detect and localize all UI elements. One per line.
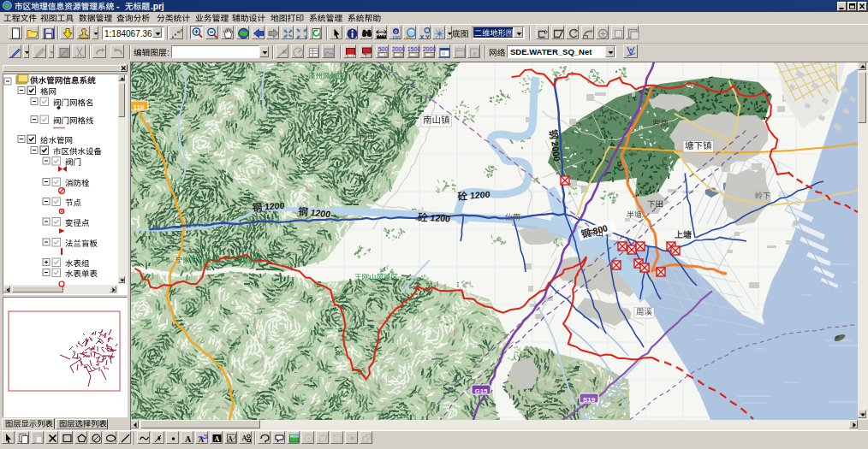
svg-text:A: A [199,435,205,444]
svg-text:A: A [242,434,247,442]
svg-text:A: A [228,435,233,443]
svg-text:A: A [185,434,192,444]
svg-text:A: A [215,435,220,443]
